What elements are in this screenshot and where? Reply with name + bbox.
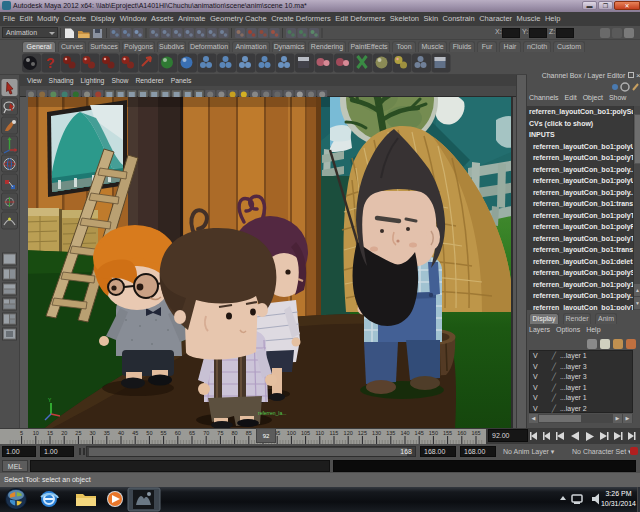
svg-text:130: 130	[372, 430, 381, 436]
svg-text:5: 5	[20, 430, 23, 436]
svg-text:60: 60	[175, 430, 181, 436]
svg-text:100: 100	[287, 430, 296, 436]
svg-text:120: 120	[344, 430, 353, 436]
svg-text:115: 115	[330, 430, 339, 436]
svg-text:45: 45	[132, 430, 138, 436]
svg-text:65: 65	[189, 430, 195, 436]
svg-text:165: 165	[471, 430, 480, 436]
svg-text:105: 105	[301, 430, 310, 436]
svg-text:140: 140	[400, 430, 409, 436]
svg-text:160: 160	[457, 430, 466, 436]
svg-text:10: 10	[33, 430, 39, 436]
svg-text:145: 145	[415, 430, 424, 436]
svg-text:125: 125	[358, 430, 367, 436]
svg-text:75: 75	[217, 430, 223, 436]
svg-text:40: 40	[118, 430, 124, 436]
svg-text:85: 85	[246, 430, 252, 436]
svg-text:25: 25	[75, 430, 81, 436]
svg-text:155: 155	[443, 430, 452, 436]
svg-text:110: 110	[315, 430, 324, 436]
svg-text:50: 50	[146, 430, 152, 436]
svg-text:55: 55	[161, 430, 167, 436]
svg-text:15: 15	[47, 430, 53, 436]
svg-text:150: 150	[429, 430, 438, 436]
svg-text:30: 30	[90, 430, 96, 436]
svg-text:80: 80	[232, 430, 238, 436]
svg-text:20: 20	[61, 430, 67, 436]
svg-text:70: 70	[203, 430, 209, 436]
svg-text:?: ?	[46, 55, 55, 71]
svg-text:35: 35	[104, 430, 110, 436]
svg-text:135: 135	[386, 430, 395, 436]
